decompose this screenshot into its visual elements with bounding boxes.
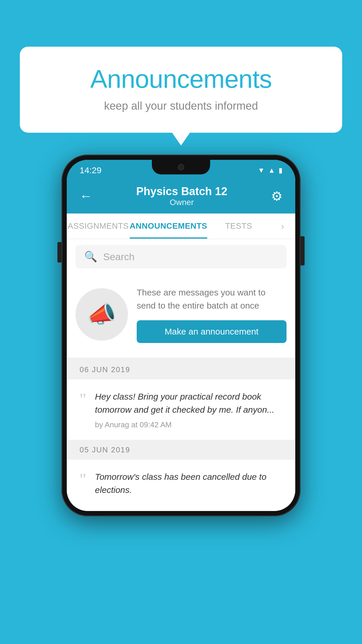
search-placeholder: Search bbox=[103, 251, 135, 262]
wifi-icon: ▼ bbox=[258, 166, 265, 174]
tab-tests[interactable]: TESTS bbox=[207, 214, 270, 239]
status-time: 14:29 bbox=[80, 165, 101, 175]
search-bar[interactable]: 🔍 Search bbox=[75, 245, 287, 268]
status-icons: ▼ ▲ ▮ bbox=[258, 166, 282, 174]
tab-announcements[interactable]: ANNOUNCEMENTS bbox=[130, 214, 207, 239]
speech-bubble-section: Announcements keep all your students inf… bbox=[20, 47, 342, 133]
announcement-item-2[interactable]: " Tomorrow's class has been cancelled du… bbox=[67, 460, 295, 511]
header-center: Physics Batch 12 Owner bbox=[136, 185, 227, 207]
phone-notch bbox=[152, 160, 210, 174]
speech-bubble: Announcements keep all your students inf… bbox=[20, 47, 342, 133]
announcement-content-1: Hey class! Bring your practical record b… bbox=[95, 390, 282, 429]
quote-icon-2: " bbox=[80, 471, 86, 488]
promo-description: These are messages you want to send to t… bbox=[137, 286, 287, 312]
megaphone-icon: 📣 bbox=[87, 301, 116, 328]
phone-mockup: 14:29 ▼ ▲ ▮ ← Physics Batch 12 Owner ⚙ bbox=[61, 155, 301, 516]
battery-icon: ▮ bbox=[279, 166, 282, 174]
tab-assignments[interactable]: ASSIGNMENTS bbox=[67, 214, 130, 239]
announcement-text-2: Tomorrow's class has been cancelled due … bbox=[95, 470, 282, 496]
promo-section: 📣 These are messages you want to send to… bbox=[67, 274, 295, 360]
app-header: ← Physics Batch 12 Owner ⚙ bbox=[67, 178, 295, 214]
date-separator-1: 06 JUN 2019 bbox=[67, 360, 295, 379]
bubble-title: Announcements bbox=[43, 64, 319, 94]
signal-icon: ▲ bbox=[268, 166, 275, 174]
header-subtitle: Owner bbox=[136, 198, 227, 207]
announcement-text-1: Hey class! Bring your practical record b… bbox=[95, 390, 282, 416]
search-container: 🔍 Search bbox=[67, 239, 295, 274]
tabs-bar: ASSIGNMENTS ANNOUNCEMENTS TESTS › bbox=[67, 214, 295, 239]
bubble-subtitle: keep all your students informed bbox=[43, 100, 319, 112]
phone-screen: 14:29 ▼ ▲ ▮ ← Physics Batch 12 Owner ⚙ bbox=[67, 160, 295, 511]
promo-icon-circle: 📣 bbox=[75, 288, 128, 341]
announcement-item-1[interactable]: " Hey class! Bring your practical record… bbox=[67, 379, 295, 440]
camera-dot bbox=[178, 164, 184, 170]
make-announcement-button[interactable]: Make an announcement bbox=[137, 320, 287, 343]
tab-more[interactable]: › bbox=[270, 214, 295, 239]
quote-icon-1: " bbox=[80, 391, 86, 407]
promo-content: These are messages you want to send to t… bbox=[137, 286, 287, 343]
phone-outer: 14:29 ▼ ▲ ▮ ← Physics Batch 12 Owner ⚙ bbox=[61, 155, 301, 516]
header-title: Physics Batch 12 bbox=[136, 185, 227, 198]
back-button[interactable]: ← bbox=[80, 189, 92, 203]
announcement-meta-1: by Anurag at 09:42 AM bbox=[95, 420, 282, 429]
announcement-content-2: Tomorrow's class has been cancelled due … bbox=[95, 470, 282, 501]
search-icon: 🔍 bbox=[84, 251, 97, 263]
gear-icon[interactable]: ⚙ bbox=[271, 189, 282, 204]
date-separator-2: 05 JUN 2019 bbox=[67, 440, 295, 460]
